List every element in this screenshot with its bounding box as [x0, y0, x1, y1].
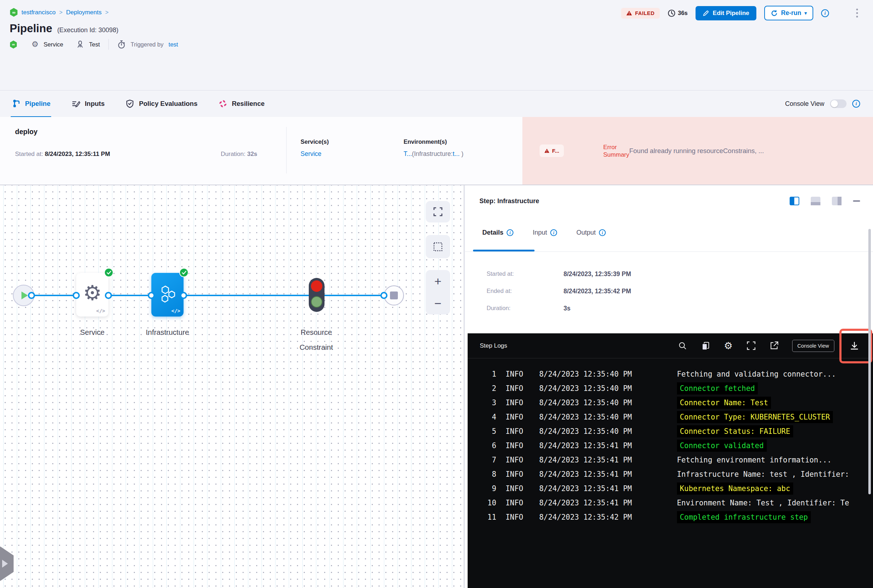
open-in-new-tab-icon[interactable]: [769, 341, 779, 351]
success-check-icon: [179, 268, 189, 277]
download-logs-icon[interactable]: [849, 341, 859, 351]
layout-right-drawer-icon[interactable]: [790, 197, 799, 205]
tab-policy-evaluations[interactable]: Policy Evaluations: [125, 90, 197, 117]
log-line: 4INFO8/24/2023 12:35:40 PMConnector Type…: [467, 410, 873, 424]
error-summary-zone: F... Error Summary Found already running…: [522, 117, 873, 184]
page-title: Pipeline: [10, 22, 52, 35]
canvas-fullscreen-button[interactable]: [426, 201, 450, 222]
stage-duration: Duration: 32s: [221, 151, 257, 158]
log-line: 10INFO8/24/2023 12:35:41 PMEnvironment N…: [467, 496, 873, 510]
services-label: Service(s): [301, 138, 329, 145]
step-logs-title: Step Logs: [480, 342, 507, 350]
zoom-in-button[interactable]: +: [434, 275, 442, 287]
panel-scrollbar[interactable]: [868, 229, 871, 494]
service-link[interactable]: Service: [301, 150, 321, 158]
chevron-right-icon: [2, 560, 8, 568]
gear-icon: ⚙: [83, 282, 102, 303]
console-view-info-icon[interactable]: i: [852, 100, 860, 108]
log-line: 8INFO8/24/2023 12:35:41 PMInfrastructure…: [467, 467, 873, 482]
log-line: 9INFO8/24/2023 12:35:41 PMKubernetes Nam…: [467, 482, 873, 496]
triggered-by-label: Triggered by: [131, 41, 164, 48]
infrastructure-step-node[interactable]: </>: [151, 273, 183, 316]
node-label-service: Service: [67, 325, 117, 340]
clock-icon: [668, 9, 676, 17]
edit-pipeline-button[interactable]: Edit Pipeline: [696, 6, 756, 20]
execution-id: (Execution Id: 30098): [57, 27, 119, 34]
divider: [286, 127, 287, 174]
failed-chip: F...: [539, 144, 564, 157]
node-port: [380, 292, 388, 299]
panel-layout-controls: [790, 197, 860, 205]
marquee-select-icon: [433, 242, 443, 252]
tab-input[interactable]: Input i: [533, 229, 557, 236]
tab-details[interactable]: Details i: [482, 229, 514, 236]
step-logs-header: Step Logs ⚙ Console View: [467, 333, 873, 358]
hexagons-icon: [158, 285, 177, 304]
node-label-resource-constraint: Resource Constraint: [281, 325, 352, 355]
step-panel-title: Step: Infrastructure: [479, 197, 539, 205]
chevron-down-icon: ▾: [804, 10, 807, 16]
play-icon: [21, 291, 28, 299]
resilience-icon: [218, 99, 228, 108]
more-options-menu[interactable]: [854, 7, 860, 19]
error-summary-label: Error Summary: [603, 143, 630, 159]
output-info-icon[interactable]: i: [599, 229, 606, 236]
harness-module-icon: ∞: [10, 8, 18, 17]
rerun-button[interactable]: Re-run ▾: [764, 6, 813, 20]
tags-row: ∞ ⚙ Service Test Triggered by test: [10, 39, 178, 50]
canvas-select-button[interactable]: [426, 235, 450, 258]
copy-icon[interactable]: [700, 341, 711, 351]
zoom-out-button[interactable]: −: [434, 297, 442, 309]
edge-line: [183, 295, 309, 296]
search-icon[interactable]: [678, 341, 688, 351]
tab-pipeline[interactable]: Pipeline: [12, 90, 50, 117]
tab-output[interactable]: Output i: [576, 229, 606, 236]
minimize-panel-icon[interactable]: [853, 200, 860, 202]
environments-column: Environment(s) T...(Infrastructure:t... …: [404, 138, 463, 158]
panel-expand-handle[interactable]: [0, 546, 14, 581]
details-info-icon[interactable]: i: [506, 229, 514, 236]
input-info-icon[interactable]: i: [550, 229, 557, 236]
warning-triangle-icon: [544, 148, 550, 153]
node-port: [105, 292, 112, 299]
environments-label: Environment(s): [404, 138, 463, 145]
log-line: 7INFO8/24/2023 12:35:41 PMFetching envir…: [467, 453, 873, 467]
logs-console-view-button[interactable]: Console View: [792, 340, 834, 352]
warning-triangle-icon: [626, 10, 632, 16]
breadcrumb-deployments-link[interactable]: Deployments: [66, 9, 102, 16]
red-light-icon: [311, 280, 322, 292]
console-view-toggle[interactable]: [830, 99, 846, 108]
layout-bottom-drawer-icon[interactable]: [811, 197, 820, 205]
svg-text:∞: ∞: [12, 42, 15, 46]
pipeline-icon: [12, 99, 21, 108]
rerun-info-icon[interactable]: i: [821, 9, 829, 17]
tab-inputs[interactable]: Inputs: [71, 90, 105, 117]
detail-row-ended: Ended at: 8/24/2023, 12:35:42 PM: [487, 288, 631, 295]
log-line: 11INFO8/24/2023 12:35:42 PMCompleted inf…: [467, 510, 873, 524]
title-row: Pipeline (Execution Id: 30098): [10, 22, 119, 35]
breadcrumb: ∞ testfrancisco > Deployments >: [10, 8, 108, 17]
infrastructure-link[interactable]: t...: [452, 150, 460, 158]
node-port: [73, 292, 80, 299]
services-column: Service(s) Service: [301, 138, 329, 158]
detail-row-duration: Duration: 3s: [487, 305, 570, 312]
tab-resilience[interactable]: Resilience: [218, 90, 265, 117]
environment-value: T...(Infrastructure:t... ): [404, 150, 463, 158]
svg-text:∞: ∞: [12, 10, 15, 15]
environment-tag: Test: [89, 41, 100, 48]
pipeline-canvas[interactable]: ⚙ </> </> Service Infrastr: [0, 185, 464, 588]
console-view-label: Console View: [785, 100, 824, 108]
inputs-icon: [71, 99, 81, 108]
breadcrumb-project-link[interactable]: testfrancisco: [21, 9, 56, 16]
service-step-node[interactable]: ⚙ </>: [76, 273, 108, 316]
log-settings-gear-icon[interactable]: ⚙: [723, 341, 733, 351]
environment-link[interactable]: T...: [404, 150, 412, 158]
layout-full-drawer-icon[interactable]: [832, 197, 841, 205]
harness-module-icon: ∞: [10, 40, 17, 49]
triggered-by-user-link[interactable]: test: [168, 41, 178, 48]
fullscreen-icon: [433, 207, 443, 216]
success-check-icon: [104, 268, 113, 277]
resource-constraint-node[interactable]: [309, 278, 325, 312]
log-line: 6INFO8/24/2023 12:35:41 PMConnector vali…: [467, 438, 873, 453]
log-fullscreen-icon[interactable]: [746, 341, 756, 351]
